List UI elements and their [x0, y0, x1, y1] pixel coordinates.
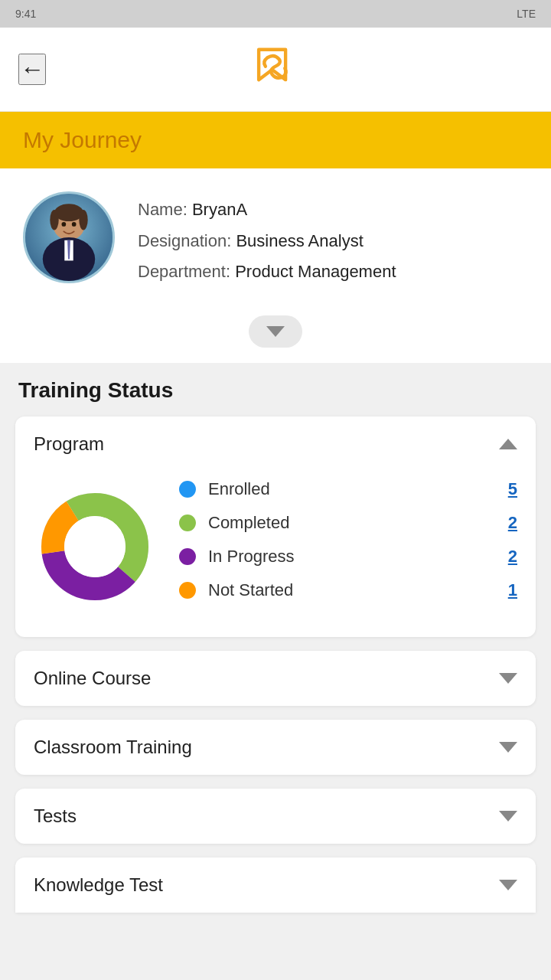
online-course-card: Online Course — [15, 651, 536, 706]
completed-label: Completed — [208, 513, 494, 533]
completed-count[interactable]: 2 — [494, 513, 517, 533]
inprogress-count[interactable]: 2 — [494, 547, 517, 567]
status-network: LTE — [517, 8, 536, 20]
program-card: Program — [15, 416, 536, 637]
tests-card: Tests — [15, 789, 536, 844]
collapse-row — [0, 308, 551, 363]
status-bar: 9:41 LTE — [0, 0, 551, 28]
profile-info: Name: BryanA Designation: Business Analy… — [138, 191, 528, 292]
classroom-training-chevron-icon — [499, 742, 517, 753]
department-value: Product Management — [235, 262, 396, 281]
department-label: Department: — [138, 262, 230, 281]
profile-section: Name: BryanA Designation: Business Analy… — [0, 168, 551, 308]
journey-title: My Journey — [23, 127, 142, 152]
classroom-training-card: Classroom Training — [15, 720, 536, 775]
knowledge-test-title: Knowledge Test — [34, 874, 163, 896]
chevron-down-icon — [266, 326, 285, 337]
knowledge-test-card: Knowledge Test — [15, 858, 536, 913]
logo-icon — [249, 43, 302, 96]
avatar — [23, 191, 115, 283]
inprogress-label: In Progress — [208, 547, 494, 567]
avatar-image — [25, 191, 112, 283]
profile-designation-field: Designation: Business Analyst — [138, 230, 528, 253]
inprogress-dot — [179, 548, 196, 565]
online-course-card-header[interactable]: Online Course — [15, 651, 536, 706]
designation-label: Designation: — [138, 231, 231, 250]
enrolled-dot — [179, 481, 196, 498]
name-value: BryanA — [192, 200, 247, 219]
notstarted-count[interactable]: 1 — [494, 580, 517, 600]
notstarted-dot — [179, 582, 196, 599]
profile-department-field: Department: Product Management — [138, 261, 528, 283]
program-card-header[interactable]: Program — [15, 416, 536, 472]
tests-chevron-icon — [499, 811, 517, 822]
knowledge-test-chevron-icon — [499, 880, 517, 890]
legend-enrolled: Enrolled 5 — [179, 479, 517, 499]
journey-banner: My Journey — [0, 112, 551, 168]
status-time: 9:41 — [15, 8, 36, 20]
chart-legend: Enrolled 5 Completed 2 In Progress 2 Not… — [179, 479, 517, 614]
donut-chart — [34, 485, 156, 608]
online-course-title: Online Course — [34, 668, 151, 689]
back-button[interactable]: ← — [18, 54, 46, 85]
legend-inprogress: In Progress 2 — [179, 547, 517, 567]
program-card-content: Enrolled 5 Completed 2 In Progress 2 Not… — [15, 472, 536, 637]
app-header: ← — [0, 28, 551, 112]
avatar-container — [23, 191, 115, 283]
svg-point-9 — [62, 222, 67, 227]
training-status-title: Training Status — [15, 378, 536, 403]
chevron-up-icon — [499, 439, 517, 449]
tests-card-header[interactable]: Tests — [15, 789, 536, 844]
svg-point-5 — [79, 210, 87, 230]
svg-point-4 — [50, 210, 58, 230]
donut-chart-svg — [34, 485, 156, 608]
online-course-chevron-icon — [499, 673, 517, 684]
enrolled-count[interactable]: 5 — [494, 479, 517, 499]
completed-dot — [179, 514, 196, 531]
main-content: Training Status Program — [0, 363, 551, 928]
collapse-button[interactable] — [249, 315, 302, 348]
profile-name-field: Name: BryanA — [138, 199, 528, 221]
tests-title: Tests — [34, 805, 77, 827]
classroom-training-card-header[interactable]: Classroom Training — [15, 720, 536, 775]
name-label: Name: — [138, 200, 187, 219]
legend-completed: Completed 2 — [179, 513, 517, 533]
svg-point-15 — [64, 516, 126, 577]
notstarted-label: Not Started — [208, 580, 494, 600]
classroom-training-title: Classroom Training — [34, 737, 192, 758]
svg-point-3 — [54, 204, 83, 221]
designation-value: Business Analyst — [236, 231, 363, 250]
legend-notstarted: Not Started 1 — [179, 580, 517, 600]
program-card-title: Program — [34, 433, 104, 455]
knowledge-test-card-header[interactable]: Knowledge Test — [15, 858, 536, 913]
enrolled-label: Enrolled — [208, 479, 494, 499]
app-logo — [249, 43, 302, 96]
svg-point-10 — [72, 222, 77, 227]
